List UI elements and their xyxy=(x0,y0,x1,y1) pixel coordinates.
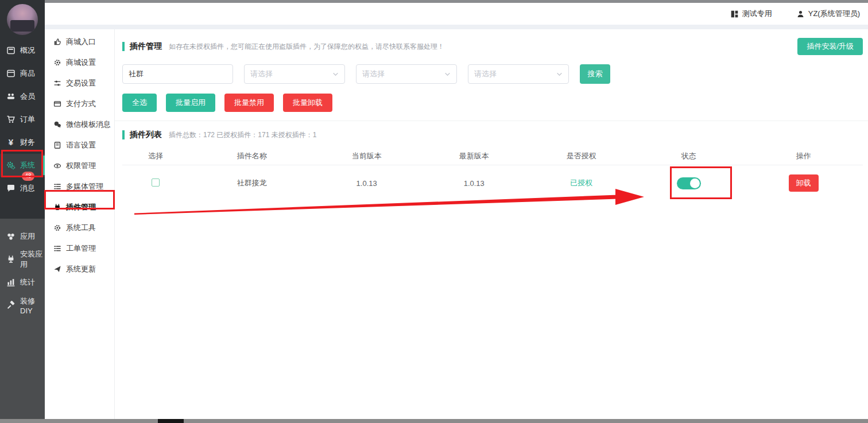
overview-icon xyxy=(6,46,16,55)
sidebar-item-apps[interactable]: 应用 xyxy=(0,225,45,248)
table-row: 社群接龙 1.0.13 1.0.13 已授权 卸载 xyxy=(122,165,863,201)
secondary-sidebar: 商城入口 商城设置 交易设置 支付方式 微信模板消息 xyxy=(45,29,115,420)
sliders-icon xyxy=(53,79,61,87)
col-select: 选择 xyxy=(122,147,189,165)
batch-disable-button[interactable]: 批量禁用 xyxy=(224,94,274,112)
sidebar-item-label: 应用 xyxy=(20,231,35,242)
gear-icon xyxy=(53,224,61,232)
sidebar-item-stats[interactable]: 统计 xyxy=(0,271,45,294)
menu-item-system-update[interactable]: 系统更新 xyxy=(45,259,114,280)
plane-icon xyxy=(53,265,61,273)
menu-item-system-tools[interactable]: 系统工具 xyxy=(45,218,114,238)
workspace-label: 测试专用 xyxy=(742,9,772,19)
filter-row: 请选择 请选择 请选择 搜索 xyxy=(122,64,863,84)
sidebar-item-label: 安装应用 xyxy=(20,249,45,270)
sidebar-item-orders[interactable]: 订单 xyxy=(0,108,45,131)
menu-item-payment-methods[interactable]: 支付方式 xyxy=(45,94,114,114)
sidebar-item-goods[interactable]: 商品 xyxy=(0,62,45,85)
menu-item-mall-settings[interactable]: 商城设置 xyxy=(45,52,114,73)
person-icon xyxy=(796,10,805,18)
menu-item-label: 语言设置 xyxy=(66,140,96,150)
batch-actions-row: 全选 批量启用 批量禁用 批量卸载 xyxy=(122,94,863,112)
taskbar-segment xyxy=(158,419,184,423)
sidebar-item-label: 消息 xyxy=(20,183,35,193)
finance-icon: ¥ xyxy=(6,138,16,147)
message-icon xyxy=(6,184,16,193)
user-menu[interactable]: YZ(系统管理员) xyxy=(796,9,860,19)
page-notice: 如存在未授权插件，您可能正在使用盗版插件，为了保障您的权益，请尽快联系客服处理！ xyxy=(169,42,444,52)
table-header-row: 选择 插件名称 当前版本 最新版本 是否授权 状态 操作 xyxy=(122,147,863,165)
filter-select-3[interactable]: 请选择 xyxy=(468,64,569,84)
title-accent-bar xyxy=(122,42,125,51)
chevron-down-icon xyxy=(444,71,451,77)
row-checkbox[interactable] xyxy=(152,178,160,187)
user-label: YZ(系统管理员) xyxy=(808,9,860,19)
batch-enable-button[interactable]: 批量启用 xyxy=(166,94,215,112)
menu-item-media-management[interactable]: 多媒体管理 xyxy=(45,176,114,197)
menu-item-work-orders[interactable]: 工单管理 xyxy=(45,238,114,259)
menu-item-label: 交易设置 xyxy=(66,78,96,88)
plug-icon xyxy=(53,203,61,211)
filter-select-1[interactable]: 请选择 xyxy=(244,64,345,84)
sidebar-item-label: 会员 xyxy=(20,91,35,102)
col-status: 状态 xyxy=(633,147,745,165)
sidebar-item-overview[interactable]: 概况 xyxy=(0,39,45,62)
list-icon xyxy=(53,183,61,191)
col-plugin-name: 插件名称 xyxy=(189,147,315,165)
menu-item-language-settings[interactable]: 语言设置 xyxy=(45,135,114,156)
sidebar-item-install-app[interactable]: 安装应用 xyxy=(0,248,45,271)
menu-item-label: 商城入口 xyxy=(66,37,96,47)
book-icon xyxy=(53,141,61,149)
batch-uninstall-button[interactable]: 批量卸载 xyxy=(283,94,332,112)
sidebar-item-label: 订单 xyxy=(20,114,35,125)
latest-version-cell: 1.0.13 xyxy=(418,179,530,188)
col-authorized: 是否授权 xyxy=(529,147,633,165)
apps-icon xyxy=(6,232,16,241)
menu-item-plugin-management[interactable]: 插件管理 xyxy=(45,197,114,218)
gear-icon xyxy=(53,59,61,67)
filter-select-2[interactable]: 请选择 xyxy=(356,64,457,84)
chevron-down-icon xyxy=(332,71,339,77)
chevron-down-icon xyxy=(556,71,563,77)
wechat-icon xyxy=(53,121,61,129)
menu-item-label: 微信模板消息 xyxy=(66,119,111,130)
status-toggle[interactable] xyxy=(677,177,701,189)
sidebar-item-message[interactable]: 48 消息 xyxy=(0,177,45,200)
menu-item-mall-entry[interactable]: 商城入口 xyxy=(45,32,114,52)
current-version-cell: 1.0.13 xyxy=(315,179,418,188)
search-button[interactable]: 搜索 xyxy=(580,64,610,84)
keyword-input[interactable] xyxy=(122,64,233,84)
sidebar-item-label: 系统 xyxy=(20,160,35,170)
list-accent-bar xyxy=(122,130,125,139)
col-action: 操作 xyxy=(745,147,863,165)
install-upgrade-button[interactable]: 插件安装/升级 xyxy=(797,38,863,55)
topbar: 测试专用 YZ(系统管理员) xyxy=(45,3,868,25)
sidebar-item-members[interactable]: 会员 xyxy=(0,85,45,108)
bottom-bar xyxy=(0,419,868,423)
menu-item-wechat-template[interactable]: 微信模板消息 xyxy=(45,114,114,135)
select-placeholder: 请选择 xyxy=(474,69,497,79)
avatar[interactable] xyxy=(7,4,38,35)
uninstall-button[interactable]: 卸载 xyxy=(789,174,819,192)
dashboard-grid-icon xyxy=(730,10,739,18)
page-title: 插件管理 xyxy=(130,41,162,52)
menu-item-trade-settings[interactable]: 交易设置 xyxy=(45,73,114,94)
menu-item-permissions[interactable]: 权限管理 xyxy=(45,156,114,176)
diy-icon xyxy=(6,301,16,310)
menu-item-label: 商城设置 xyxy=(66,57,96,68)
plugin-name-cell: 社群接龙 xyxy=(189,178,315,188)
sidebar-item-label: 商品 xyxy=(20,68,35,79)
sidebar-item-diy[interactable]: 装修DIY xyxy=(0,294,45,317)
sidebar-item-label: 概况 xyxy=(20,45,35,56)
admin-app: 概况 商品 会员 订单 ¥ 财务 系统 48 消息 xyxy=(0,0,868,423)
authorized-cell: 已授权 xyxy=(529,178,633,188)
sidebar-item-finance[interactable]: ¥ 财务 xyxy=(0,131,45,154)
workspace-switcher[interactable]: 测试专用 xyxy=(730,9,772,19)
select-all-button[interactable]: 全选 xyxy=(122,94,157,112)
main-column: 测试专用 YZ(系统管理员) 商城入口 商城设置 xyxy=(45,0,868,423)
sidebar-item-label: 财务 xyxy=(20,137,35,148)
message-count-badge: 48 xyxy=(22,172,34,181)
menu-item-label: 工单管理 xyxy=(66,243,96,254)
primary-sidebar: 概况 商品 会员 订单 ¥ 财务 系统 48 消息 xyxy=(0,0,45,419)
stats-icon xyxy=(6,278,16,287)
